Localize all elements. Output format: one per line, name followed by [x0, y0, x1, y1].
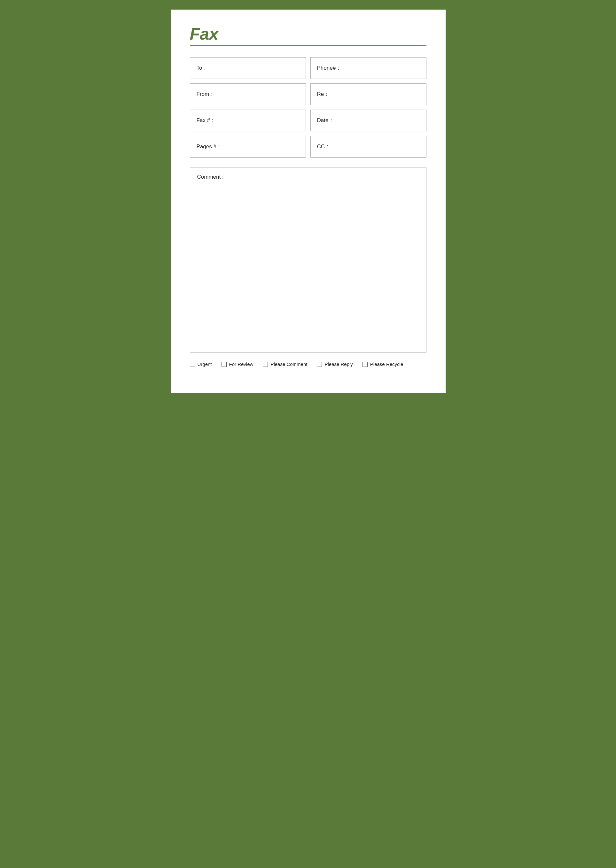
field-pages: Pages # :: [190, 136, 306, 157]
checkbox-please-reply[interactable]: Please Reply: [317, 361, 353, 367]
please-recycle-checkbox-square[interactable]: [363, 362, 368, 367]
field-to-colon: :: [204, 65, 206, 71]
field-to-label: To: [196, 65, 202, 71]
fields-grid: To : Phone# : From : Re : Fax # : Date :…: [190, 57, 426, 157]
field-phone-label: Phone#: [317, 65, 336, 71]
comment-box: Comment :: [190, 167, 426, 353]
please-comment-label: Please Comment: [270, 361, 307, 367]
title-divider: [190, 46, 426, 46]
field-phone: Phone# :: [310, 57, 426, 79]
field-re-colon: :: [326, 91, 327, 97]
field-from-colon: :: [211, 91, 212, 97]
field-fax: Fax # :: [190, 110, 306, 131]
field-date: Date :: [310, 110, 426, 131]
fax-page: Fax To : Phone# : From : Re : Fax # : Da…: [171, 9, 446, 393]
comment-label: Comment :: [197, 174, 224, 180]
please-reply-label: Please Reply: [324, 361, 353, 367]
field-fax-label: Fax #: [196, 117, 211, 124]
field-from-label: From: [196, 91, 209, 97]
page-title: Fax: [190, 25, 426, 42]
field-cc-colon: :: [327, 143, 328, 150]
urgent-label: Urgent: [198, 361, 212, 367]
field-re-label: Re: [317, 91, 324, 97]
please-reply-checkbox-square[interactable]: [317, 362, 322, 367]
field-phone-colon: :: [338, 65, 339, 71]
field-pages-label: Pages #: [196, 143, 217, 150]
please-comment-checkbox-square[interactable]: [263, 362, 268, 367]
field-cc: CC :: [310, 136, 426, 157]
checkbox-for-review[interactable]: For Review: [222, 361, 253, 367]
field-date-colon: :: [330, 117, 332, 124]
field-date-label: Date: [317, 117, 328, 124]
urgent-checkbox-square[interactable]: [190, 362, 195, 367]
checkbox-urgent[interactable]: Urgent: [190, 361, 212, 367]
field-from: From :: [190, 83, 306, 105]
checkboxes-row: Urgent For Review Please Comment Please …: [190, 361, 426, 367]
checkbox-please-comment[interactable]: Please Comment: [263, 361, 307, 367]
field-re: Re :: [310, 83, 426, 105]
field-fax-colon: :: [212, 117, 214, 124]
for-review-label: For Review: [229, 361, 253, 367]
field-to: To :: [190, 57, 306, 79]
field-cc-label: CC: [317, 143, 325, 150]
field-pages-colon: :: [218, 143, 220, 150]
please-recycle-label: Please Recycle: [370, 361, 403, 367]
for-review-checkbox-square[interactable]: [222, 362, 227, 367]
checkbox-please-recycle[interactable]: Please Recycle: [363, 361, 403, 367]
